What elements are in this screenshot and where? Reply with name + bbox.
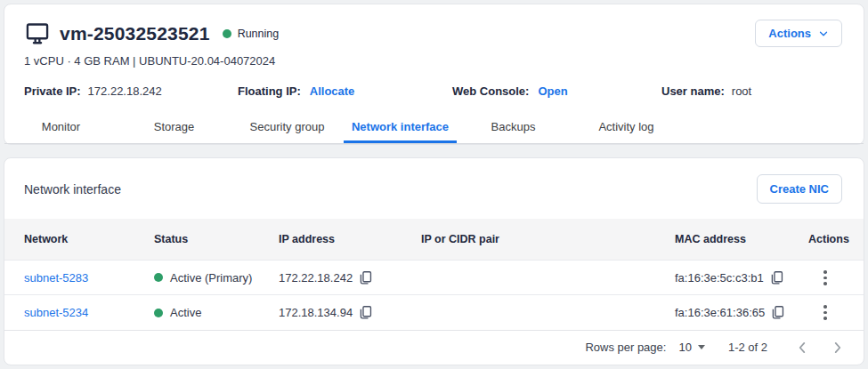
floating-ip-label: Floating IP: [238, 84, 301, 98]
row-actions-cell [808, 301, 842, 324]
table-row: subnet-5283 Active (Primary) 172.22.18.2… [4, 260, 864, 294]
status-dot-icon [154, 309, 163, 317]
status-dot-icon [154, 273, 163, 282]
rows-per-page-select[interactable]: 10 [678, 341, 704, 354]
monitor-icon [24, 21, 51, 46]
table-row: subnet-5234 Active 172.18.134.94 fa:16:3… [4, 294, 864, 329]
kebab-menu-icon[interactable] [808, 301, 842, 324]
section-header: Network interface Create NIC [4, 158, 864, 219]
mac-value: fa:16:3e:61:36:65 [675, 306, 765, 319]
column-header-ip-or-cidr: IP or CIDR pair [421, 233, 675, 245]
next-page-icon[interactable] [828, 338, 848, 357]
open-web-console-link[interactable]: Open [538, 84, 567, 98]
actions-button-label: Actions [768, 27, 811, 40]
tab-network-interface[interactable]: Network interface [344, 112, 457, 143]
column-header-status: Status [154, 233, 279, 245]
private-ip-value: 172.22.18.242 [88, 84, 162, 98]
vm-header: vm-25032523521 Running Actions [4, 4, 864, 47]
row-actions-cell [808, 267, 842, 289]
mac-cell: fa:16:3e:61:36:65 [675, 305, 808, 320]
tab-security-group[interactable]: Security group [231, 112, 344, 143]
user-name-label: User name: [661, 84, 725, 98]
mac-value: fa:16:3e:5c:c3:b1 [675, 271, 764, 285]
user-name-value: root [732, 84, 751, 98]
subnet-link[interactable]: subnet-5234 [24, 306, 88, 319]
status-cell: Active [154, 306, 279, 319]
section-title: Network interface [24, 182, 121, 197]
tab-storage[interactable]: Storage [118, 112, 231, 143]
allocate-floating-ip-link[interactable]: Allocate [310, 84, 355, 98]
copy-icon[interactable] [769, 270, 784, 285]
column-header-network: Network [24, 233, 154, 245]
vm-summary-card: vm-25032523521 Running Actions 1 vCPU · … [4, 4, 864, 145]
status-label: Active (Primary) [170, 271, 252, 285]
dropdown-arrow-icon [698, 345, 705, 349]
web-console-label: Web Console: [452, 84, 529, 98]
pagination-bar: Rows per page: 10 1-2 of 2 [4, 330, 864, 365]
kebab-menu-icon[interactable] [808, 267, 842, 289]
chevron-down-icon [818, 28, 829, 39]
ip-value: 172.18.134.94 [279, 306, 353, 319]
column-header-ip-address: IP address [279, 233, 421, 245]
create-nic-button[interactable]: Create NIC [757, 174, 842, 204]
rows-per-page-label: Rows per page: [585, 341, 666, 354]
rows-per-page-value: 10 [678, 341, 691, 354]
web-console-group: Web Console: Open [452, 84, 661, 98]
ip-cell: 172.22.18.242 [279, 270, 421, 285]
vm-info-row: Private IP: 172.22.18.242 Floating IP: A… [4, 68, 864, 98]
vm-name: vm-25032523521 [60, 23, 210, 44]
vm-specs: 1 vCPU · 4 GB RAM | UBUNTU-20.04-0407202… [4, 47, 864, 68]
tab-activity-log[interactable]: Activity log [570, 112, 683, 143]
mac-cell: fa:16:3e:5c:c3:b1 [675, 270, 808, 285]
private-ip-group: Private IP: 172.22.18.242 [24, 84, 238, 98]
copy-icon[interactable] [358, 270, 373, 285]
previous-page-icon[interactable] [792, 338, 812, 357]
status-label: Active [170, 306, 201, 319]
user-name-group: User name: root [661, 84, 751, 98]
vm-status-badge: Running [223, 28, 280, 40]
vm-tabs: Monitor Storage Security group Network i… [4, 112, 864, 144]
column-header-mac-address: MAC address [675, 233, 808, 245]
copy-icon[interactable] [770, 305, 785, 320]
ip-value: 172.22.18.242 [279, 271, 353, 285]
vm-status-label: Running [238, 28, 280, 40]
status-dot-icon [223, 29, 231, 38]
table-header-row: Network Status IP address IP or CIDR pai… [4, 219, 864, 260]
private-ip-label: Private IP: [24, 84, 81, 98]
floating-ip-group: Floating IP: Allocate [238, 84, 452, 98]
network-interface-card: Network interface Create NIC Network Sta… [4, 157, 864, 365]
copy-icon[interactable] [358, 305, 373, 320]
page-range-label: 1-2 of 2 [728, 341, 767, 354]
column-header-actions: Actions [808, 233, 849, 245]
subnet-link[interactable]: subnet-5283 [24, 271, 88, 285]
status-cell: Active (Primary) [154, 271, 279, 285]
ip-cell: 172.18.134.94 [279, 305, 421, 320]
tab-backups[interactable]: Backups [457, 112, 570, 143]
actions-button[interactable]: Actions [755, 20, 842, 47]
tab-monitor[interactable]: Monitor [4, 112, 118, 143]
